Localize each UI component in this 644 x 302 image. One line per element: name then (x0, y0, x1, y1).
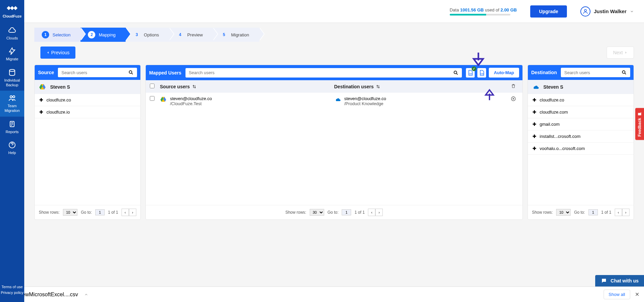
source-account: Steven S (35, 80, 140, 94)
source-panel: Source Steven S ✚ cloudfuze.co ✚ cloudfu… (34, 65, 141, 220)
source-footer: Show rows: 10 Go to: 1 of 1 ‹ › (35, 205, 140, 219)
sidebar-label: Reports (6, 130, 19, 134)
sidebar-item-individual-backup[interactable]: Individual Backup (0, 65, 24, 91)
sidebar-label: Clouds (6, 36, 18, 40)
sidebar-item-clouds[interactable]: Clouds (0, 23, 24, 44)
data-usage: Data 1001.56 GB used of 2.00 GB (450, 7, 517, 16)
source-header: Source (35, 65, 140, 80)
delete-all-button[interactable] (508, 84, 518, 89)
destination-title: Destination (531, 70, 557, 75)
destination-footer: Show rows: 10 Go to: 1 of 1 ‹ › (528, 205, 634, 219)
goto-input[interactable] (342, 209, 351, 215)
onedrive-icon (532, 83, 539, 91)
download-bar: X NewMicrosoftExcel....csv Show all ✕ (0, 286, 644, 302)
mapped-title: Mapped Users (149, 70, 181, 76)
annotation-arrow-up (482, 87, 497, 102)
svg-point-6 (129, 71, 132, 73)
sidebar-label: Help (8, 151, 16, 155)
csv-download-button[interactable]: CSV (477, 68, 486, 78)
expand-icon: ✚ (39, 97, 43, 102)
step-preview[interactable]: 4 Preview (169, 28, 213, 42)
feedback-tab[interactable]: Feedback (635, 108, 644, 140)
page-next[interactable]: › (622, 209, 630, 216)
previous-button[interactable]: Previous (40, 47, 75, 59)
rows-select[interactable]: 30 (310, 209, 324, 216)
svg-point-7 (454, 71, 457, 73)
dest-email: steven@cloudfuze.co (344, 96, 386, 101)
next-button[interactable]: Next (607, 47, 634, 59)
account-name: Steven S (543, 84, 563, 90)
dest-tree-item[interactable]: ✚cloudfuze.co (528, 94, 634, 106)
destination-search[interactable] (561, 68, 630, 77)
step-mapping[interactable]: 2 Mapping (80, 28, 126, 42)
step-selection[interactable]: 1 Selection (34, 28, 80, 42)
source-tree-item[interactable]: ✚ cloudfuze.io (35, 106, 140, 118)
destination-search-input[interactable] (564, 70, 621, 75)
topbar: Data 1001.56 GB used of 2.00 GB Upgrade … (24, 0, 644, 23)
remove-row-button[interactable] (508, 96, 518, 102)
chat-button[interactable]: Chat with us (595, 275, 644, 286)
data-used: 1001.56 GB (460, 7, 484, 12)
step-label: Mapping (99, 32, 115, 37)
dest-path: /Product Knowledge (344, 101, 386, 106)
svg-point-5 (584, 9, 586, 11)
sidebar-item-team-migration[interactable]: Team Migration (0, 91, 24, 117)
nav-row: Previous Next (34, 47, 634, 59)
show-all-button[interactable]: Show all (604, 290, 630, 299)
logo[interactable] (5, 0, 19, 14)
source-search[interactable] (58, 68, 137, 77)
chevron-up-icon[interactable] (84, 293, 88, 297)
sort-icon[interactable] (192, 84, 197, 89)
select-all-checkbox[interactable] (150, 84, 155, 88)
user-menu[interactable]: Justin Walker (580, 6, 634, 17)
sort-icon[interactable] (376, 84, 380, 89)
step-migration[interactable]: 5 Migration (213, 28, 259, 42)
page-prev[interactable]: ‹ (122, 209, 129, 216)
step-label: Preview (187, 32, 203, 37)
source-tree-item[interactable]: ✚ cloudfuze.co (35, 94, 140, 106)
rows-select[interactable]: 10 (556, 209, 571, 216)
rows-select[interactable]: 10 (63, 209, 77, 216)
page-next[interactable]: › (129, 209, 136, 216)
close-circle-icon (511, 96, 516, 101)
onedrive-icon (334, 96, 341, 103)
dest-tree-item[interactable]: ✚installst...crosoft.com (528, 130, 634, 143)
account-name: Steven S (50, 84, 70, 90)
dest-tree-item[interactable]: ✚gmail.com (528, 118, 634, 130)
sidebar-item-help[interactable]: Help (0, 138, 24, 158)
sidebar-item-reports[interactable]: Reports (0, 117, 24, 138)
svg-point-2 (13, 96, 15, 98)
page-next[interactable]: › (375, 209, 383, 216)
goto-input[interactable] (588, 209, 598, 215)
auto-map-button[interactable]: Auto-Map (489, 68, 519, 78)
source-search-input[interactable] (61, 70, 128, 75)
page-prev[interactable]: ‹ (368, 209, 375, 216)
step-options[interactable]: 3 Options (126, 28, 169, 42)
step-label: Selection (53, 32, 70, 37)
source-path: /CloudFuze.Test (170, 101, 212, 106)
used-of: used of (485, 7, 500, 12)
chat-icon (601, 278, 607, 284)
svg-point-0 (9, 69, 15, 71)
goto-input[interactable] (95, 209, 105, 215)
search-icon (621, 70, 627, 75)
row-checkbox[interactable] (150, 96, 155, 101)
svg-point-1 (10, 96, 12, 98)
sidebar: CloudFuze Clouds Migrate Individual Back… (0, 0, 24, 302)
mapped-search-input[interactable] (189, 70, 453, 75)
data-total: 2.00 GB (501, 7, 517, 12)
upgrade-button[interactable]: Upgrade (530, 5, 567, 18)
terms-link[interactable]: Terms of use (1, 284, 23, 290)
sidebar-item-migrate[interactable]: Migrate (0, 44, 24, 65)
mapped-columns: Source users Destination users (146, 80, 522, 93)
avatar-icon (580, 6, 590, 17)
dest-tree-item[interactable]: ✚cloudfuze.com (528, 106, 634, 118)
user-name: Justin Walker (594, 8, 626, 14)
dest-tree-item[interactable]: ✚voohalu.o...crosoft.com (528, 143, 634, 155)
page-prev[interactable]: ‹ (615, 209, 622, 216)
close-download-bar[interactable]: ✕ (635, 291, 639, 298)
csv-upload-button[interactable]: CSV ✓ (466, 68, 475, 78)
panels: Source Steven S ✚ cloudfuze.co ✚ cloudfu… (34, 65, 634, 220)
privacy-link[interactable]: Privacy policy (1, 290, 23, 296)
mapped-search[interactable] (185, 68, 462, 78)
